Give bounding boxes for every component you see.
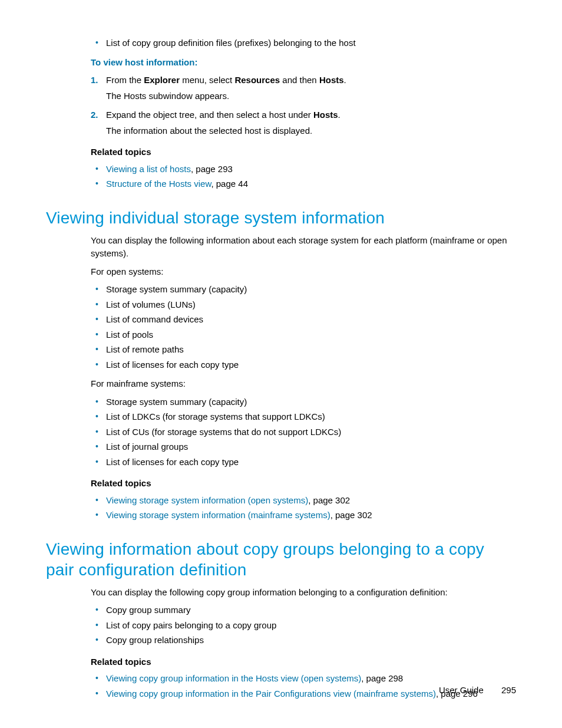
page-ref: , page 293 bbox=[191, 164, 233, 174]
related-link[interactable]: Viewing a list of hosts bbox=[106, 164, 191, 174]
top-bullet-list: List of copy group definition files (pre… bbox=[91, 37, 516, 50]
list-item: Viewing a list of hosts, page 293 bbox=[91, 163, 516, 176]
step-number: 2. bbox=[91, 108, 98, 122]
list-item: Storage system summary (capacity) bbox=[91, 396, 516, 409]
related-topics-list: Viewing storage system information (open… bbox=[91, 494, 516, 522]
section-intro: You can display the following copy group… bbox=[91, 586, 516, 599]
list-item: Structure of the Hosts view, page 44 bbox=[91, 177, 516, 191]
footer-label: User Guide bbox=[439, 685, 484, 695]
step-text: Expand the object tree, and then select … bbox=[106, 110, 340, 120]
list-item: List of pools bbox=[91, 328, 516, 342]
list-item: List of volumes (LUNs) bbox=[91, 298, 516, 312]
list-item: Copy group summary bbox=[91, 604, 516, 617]
page-number: 295 bbox=[501, 685, 516, 695]
related-topics-heading: Related topics bbox=[91, 477, 516, 490]
related-topics-list: Viewing a list of hosts, page 293 Struct… bbox=[91, 163, 516, 191]
list-item: Copy group relationships bbox=[91, 634, 516, 647]
list-item: List of remote paths bbox=[91, 343, 516, 357]
section-heading-copy-groups: Viewing information about copy groups be… bbox=[46, 539, 516, 580]
related-topics-heading: Related topics bbox=[91, 655, 516, 669]
list-item: List of copy pairs belonging to a copy g… bbox=[91, 619, 516, 633]
list-item: List of copy group definition files (pre… bbox=[91, 37, 516, 50]
related-link[interactable]: Viewing copy group information in the Pa… bbox=[106, 689, 436, 699]
procedure-steps: 1. From the Explorer menu, select Resour… bbox=[91, 74, 516, 137]
related-link[interactable]: Viewing storage system information (main… bbox=[106, 510, 330, 520]
step-1: 1. From the Explorer menu, select Resour… bbox=[91, 74, 516, 103]
section-intro: You can display the following informatio… bbox=[91, 234, 516, 261]
page-ref: , page 298 bbox=[361, 673, 403, 683]
list-item: List of CUs (for storage systems that do… bbox=[91, 426, 516, 439]
step-followup: The Hosts subwindow appears. bbox=[106, 90, 516, 103]
step-number: 1. bbox=[91, 74, 98, 87]
page-ref: , page 44 bbox=[211, 179, 248, 189]
step-2: 2. Expand the object tree, and then sele… bbox=[91, 108, 516, 137]
related-link[interactable]: Structure of the Hosts view bbox=[106, 179, 211, 189]
related-topics-heading: Related topics bbox=[91, 146, 516, 159]
list-item: Viewing storage system information (open… bbox=[91, 494, 516, 508]
list-item: List of licenses for each copy type bbox=[91, 358, 516, 372]
mainframe-systems-label: For mainframe systems: bbox=[91, 377, 516, 391]
related-link[interactable]: Viewing storage system information (open… bbox=[106, 495, 308, 505]
list-item: List of command devices bbox=[91, 313, 516, 327]
list-item: List of journal groups bbox=[91, 440, 516, 454]
related-link[interactable]: Viewing copy group information in the Ho… bbox=[106, 673, 361, 683]
page-footer: User Guide 295 bbox=[439, 684, 516, 697]
copy-group-list: Copy group summary List of copy pairs be… bbox=[91, 604, 516, 647]
step-text: From the Explorer menu, select Resources… bbox=[106, 75, 346, 85]
page-ref: , page 302 bbox=[308, 495, 350, 505]
list-item: List of LDKCs (for storage systems that … bbox=[91, 410, 516, 424]
list-item: List of licenses for each copy type bbox=[91, 456, 516, 469]
procedure-heading: To view host information: bbox=[91, 56, 516, 70]
list-item: Viewing storage system information (main… bbox=[91, 509, 516, 522]
page-ref: , page 302 bbox=[330, 510, 372, 520]
open-systems-list: Storage system summary (capacity) List o… bbox=[91, 283, 516, 371]
list-item: Storage system summary (capacity) bbox=[91, 283, 516, 297]
step-followup: The information about the selected host … bbox=[106, 124, 516, 138]
section-heading-storage-info: Viewing individual storage system inform… bbox=[46, 207, 516, 228]
mainframe-systems-list: Storage system summary (capacity) List o… bbox=[91, 396, 516, 469]
open-systems-label: For open systems: bbox=[91, 265, 516, 279]
